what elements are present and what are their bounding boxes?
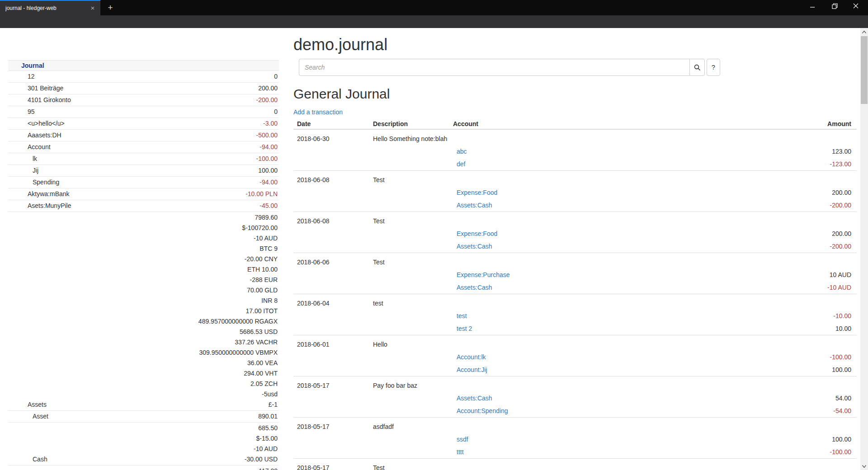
sidebar-account-link[interactable]: 4101 Girokonto bbox=[8, 95, 71, 105]
posting-account-link[interactable]: test 2 bbox=[453, 325, 472, 332]
account-balance-amount: -100.00 bbox=[37, 154, 278, 164]
posting-account-link[interactable]: abc bbox=[453, 148, 467, 155]
posting-amount: -123.00 bbox=[747, 158, 851, 170]
sidebar-account-row: 4101 Girokonto-200.00 bbox=[8, 94, 279, 106]
sidebar-account-link[interactable]: 12 bbox=[8, 71, 35, 82]
add-transaction-link[interactable]: Add a transaction bbox=[293, 108, 343, 116]
account-balance-amount: 17.00 ITOT bbox=[47, 306, 278, 316]
sidebar-account-link[interactable]: 301 Beiträge bbox=[8, 83, 63, 94]
scroll-down-button[interactable] bbox=[860, 462, 868, 470]
header-description: Description bbox=[373, 119, 453, 129]
scroll-up-button[interactable] bbox=[860, 28, 868, 36]
posting-account-link[interactable]: Account:Spending bbox=[453, 407, 508, 414]
sidebar-account-link[interactable]: Account bbox=[8, 142, 51, 152]
transaction-description: Test bbox=[373, 215, 851, 227]
sidebar-account-link[interactable]: lk bbox=[8, 154, 37, 164]
sidebar-account-row: Aktywa:mBank-10.00 PLN bbox=[8, 188, 279, 200]
posting-account-link[interactable]: def bbox=[453, 160, 465, 168]
tab-close-icon[interactable]: × bbox=[89, 4, 97, 12]
transaction-row[interactable]: 2018-05-17Test bbox=[293, 459, 857, 470]
sidebar-account-link[interactable]: Asset bbox=[8, 411, 48, 422]
posting-line: ssdf100.00 bbox=[293, 433, 857, 446]
posting-spacer bbox=[297, 351, 373, 363]
transaction-row[interactable]: 2018-06-01HelloAccount:lk-100.00Account:… bbox=[293, 335, 857, 376]
transaction-header-line: 2018-06-01Hello bbox=[293, 338, 857, 351]
posting-account-link[interactable]: Expense:Food bbox=[453, 230, 497, 237]
posting-spacer bbox=[373, 392, 453, 404]
posting-spacer bbox=[373, 186, 453, 199]
account-balance-cell: -45.00 bbox=[71, 201, 279, 211]
sidebar-account-link[interactable]: Aaasets:DH bbox=[8, 130, 61, 141]
window-restore-button[interactable] bbox=[825, 0, 844, 12]
posting-line: Account:lk-100.00 bbox=[293, 351, 857, 363]
sidebar-account-link[interactable]: 95 bbox=[8, 107, 35, 117]
scrollbar-thumb[interactable] bbox=[861, 36, 868, 104]
sidebar-account-row: Account-94.00 bbox=[8, 141, 279, 153]
posting-spacer bbox=[297, 227, 373, 240]
sidebar-account-link[interactable]: Jij bbox=[8, 165, 38, 176]
account-balance-cell: -100.00 bbox=[37, 154, 279, 164]
posting-line: Expense:Food200.00 bbox=[293, 186, 857, 199]
window-minimize-button[interactable] bbox=[802, 0, 822, 12]
sidebar-account-row: 301 Beiträge200.00 bbox=[8, 82, 279, 94]
posting-line: Expense:Food200.00 bbox=[293, 227, 857, 240]
posting-account-link[interactable]: Assets:Cash bbox=[453, 395, 492, 402]
posting-account-cell: abc bbox=[453, 145, 747, 158]
posting-account-link[interactable]: ssdf bbox=[453, 436, 468, 443]
posting-account-link[interactable]: Assets:Cash bbox=[453, 243, 492, 250]
posting-account-link[interactable]: Assets:Cash bbox=[453, 202, 492, 209]
account-balance-amount: -3.00 bbox=[65, 118, 278, 129]
posting-spacer bbox=[373, 363, 453, 376]
journal-search-button[interactable] bbox=[689, 59, 705, 76]
account-balance-amount: -30.00 USD bbox=[47, 454, 278, 465]
close-icon bbox=[853, 3, 859, 9]
transaction-row[interactable]: 2018-06-04testtest-10.00test 210.00 bbox=[293, 294, 857, 335]
header-date: Date bbox=[297, 119, 373, 129]
journal-search-input[interactable] bbox=[299, 59, 690, 76]
posting-account-link[interactable]: test bbox=[453, 312, 467, 320]
tab-strip: journal - hledger-web × + bbox=[0, 0, 868, 15]
sidebar-account-row: lk-100.00 bbox=[8, 153, 279, 164]
posting-account-link[interactable]: Account:lk bbox=[453, 353, 486, 361]
sidebar-account-link[interactable]: Cash bbox=[8, 454, 47, 465]
active-tab[interactable]: journal - hledger-web × bbox=[0, 0, 100, 15]
posting-account-link[interactable]: Account:Jij bbox=[453, 366, 487, 373]
transaction-row[interactable]: 2018-05-17Pay foo bar bazAssets:Cash54.0… bbox=[293, 376, 857, 418]
posting-account-link[interactable]: Expense:Food bbox=[453, 189, 497, 196]
sidebar-account-link[interactable]: Asets:MunyPile bbox=[8, 201, 71, 211]
sidebar-account-link[interactable]: <u>hello</u> bbox=[8, 118, 65, 129]
account-balance-amount: BTC 9 bbox=[47, 244, 278, 254]
posting-account-cell: Assets:Cash bbox=[453, 392, 747, 404]
sidebar-account-link[interactable]: Assets bbox=[8, 400, 47, 410]
transaction-description: test bbox=[373, 297, 851, 310]
search-help-button[interactable]: ? bbox=[707, 59, 720, 76]
account-balance-amount: -200.00 bbox=[71, 95, 278, 105]
scrollbar-track[interactable] bbox=[860, 28, 868, 470]
posting-account-link[interactable]: Assets:Cash bbox=[453, 284, 492, 291]
transaction-row[interactable]: 2018-06-08TestExpense:Food200.00Assets:C… bbox=[293, 212, 857, 253]
window-close-button[interactable] bbox=[846, 0, 866, 12]
transaction-row[interactable]: 2018-06-06TestExpense:Purchase10 AUDAsse… bbox=[293, 253, 857, 294]
transaction-date: 2018-05-17 bbox=[297, 379, 373, 392]
transaction-date: 2018-06-30 bbox=[297, 132, 373, 145]
sidebar-account-row: Asets:MunyPile-45.00 bbox=[8, 200, 279, 212]
posting-line: Expense:Purchase10 AUD bbox=[293, 268, 857, 281]
sidebar-account-link[interactable]: Spending bbox=[8, 177, 59, 188]
posting-account-cell: def bbox=[453, 158, 747, 170]
posting-spacer bbox=[297, 158, 373, 170]
account-balance-amount: -117.00 bbox=[28, 466, 278, 470]
posting-account-cell: Account:Spending bbox=[453, 404, 747, 417]
new-tab-button[interactable]: + bbox=[105, 2, 116, 13]
posting-spacer bbox=[297, 363, 373, 376]
posting-spacer bbox=[373, 227, 453, 240]
transaction-row[interactable]: 2018-06-30Hello Something note:blahabc12… bbox=[293, 130, 857, 171]
posting-account-cell: tttt bbox=[453, 446, 747, 458]
tab-title: journal - hledger-web bbox=[5, 5, 89, 11]
sidebar-journal-link[interactable]: Journal bbox=[21, 62, 44, 69]
posting-account-link[interactable]: tttt bbox=[453, 448, 464, 456]
transaction-row[interactable]: 2018-05-17asdfadfssdf100.00tttt-100.00 bbox=[293, 418, 857, 459]
posting-account-link[interactable]: Expense:Purchase bbox=[453, 271, 510, 278]
account-balance-cell: 100.00 bbox=[38, 165, 279, 176]
sidebar-account-link[interactable]: Aktywa:mBank bbox=[8, 189, 70, 199]
transaction-row[interactable]: 2018-06-08TestExpense:Food200.00Assets:C… bbox=[293, 171, 857, 212]
